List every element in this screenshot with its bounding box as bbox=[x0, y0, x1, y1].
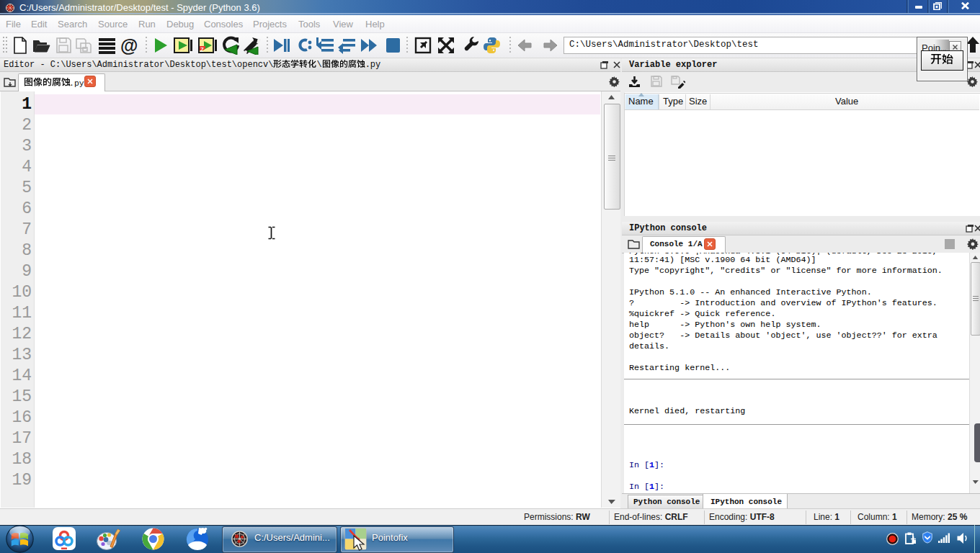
svg-text:z: z bbox=[200, 45, 204, 53]
